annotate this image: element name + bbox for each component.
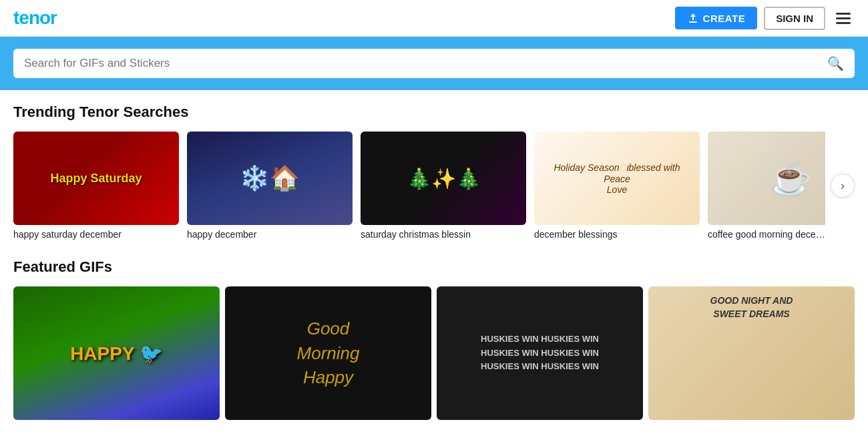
trending-item[interactable]: happy saturday december [13,132,179,240]
trending-item[interactable]: december blessings [534,132,700,240]
trending-item[interactable]: saturday christmas blessin [361,132,526,240]
featured-title: Featured GIFs [13,258,855,276]
featured-section: Featured GIFs [13,258,855,420]
trending-label: december blessings [534,229,700,240]
featured-grid [13,286,855,420]
trending-item[interactable]: coffee good morning dece… [708,132,825,240]
scroll-right-button[interactable]: › [831,174,855,198]
trending-label: happy december [187,229,353,240]
trending-item[interactable]: happy december [187,132,353,240]
search-section: 🔍 [0,37,868,90]
menu-button[interactable] [832,9,855,28]
create-button[interactable]: CREATE [675,7,758,29]
search-button[interactable]: 🔍 [817,49,855,78]
signin-button[interactable]: SIGN IN [764,7,825,30]
search-input[interactable] [13,49,817,78]
site-logo[interactable]: tenor [13,7,57,29]
trending-thumb [361,132,526,225]
featured-gif-item[interactable] [13,286,220,420]
trending-label: happy saturday december [13,229,179,240]
create-label: CREATE [703,13,746,24]
featured-gif-item[interactable] [648,286,855,420]
trending-thumb [708,132,825,225]
trending-row: happy saturday december happy december s… [13,132,855,240]
upload-icon [687,12,699,24]
svg-rect-0 [689,21,697,23]
trending-scroll: happy saturday december happy december s… [13,132,825,240]
search-wrapper: 🔍 [13,49,855,78]
trending-label: coffee good morning dece… [708,229,825,240]
trending-section: Trending Tenor Searches happy saturday d… [13,103,855,240]
hamburger-line [836,17,851,19]
site-header: tenor CREATE SIGN IN [0,0,868,37]
trending-label: saturday christmas blessin [361,229,526,240]
trending-thumb [13,132,179,225]
featured-gif-item[interactable] [225,286,431,420]
main-content: Trending Tenor Searches happy saturday d… [0,90,868,420]
trending-title: Trending Tenor Searches [13,103,855,121]
hamburger-line [836,22,851,24]
trending-thumb [534,132,700,225]
trending-thumb [187,132,353,225]
featured-gif-item[interactable] [437,286,643,420]
hamburger-line [836,13,851,15]
header-actions: CREATE SIGN IN [675,7,855,30]
search-icon: 🔍 [827,56,844,71]
